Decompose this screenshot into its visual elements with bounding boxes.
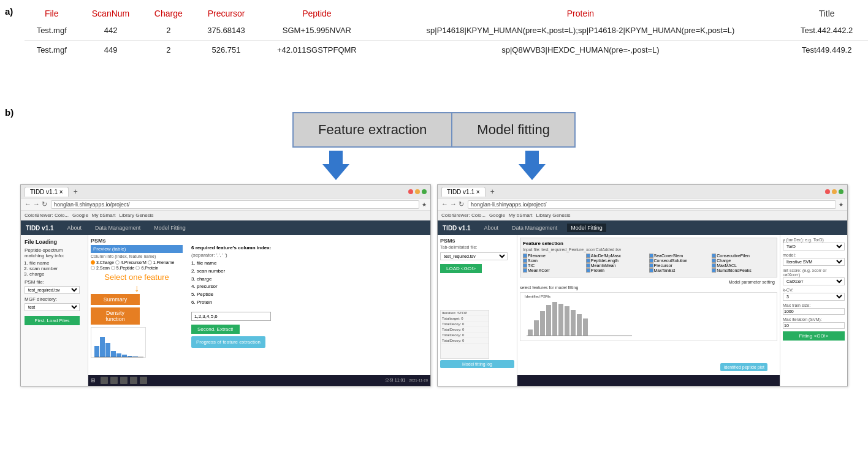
bookmark-r2[interactable]: Google bbox=[489, 213, 505, 218]
cb-tic2-box[interactable] bbox=[523, 263, 527, 268]
nav-model-fitting[interactable]: Model Fitting bbox=[150, 224, 189, 232]
bookmark-star[interactable]: ★ bbox=[422, 202, 427, 208]
close-btn-right[interactable] bbox=[825, 189, 830, 194]
bookmark-1[interactable]: ColorBrewer: Colo... bbox=[25, 213, 69, 218]
feature-item-2: 2. scan number bbox=[191, 268, 428, 276]
back-button[interactable]: ← bbox=[25, 200, 31, 208]
new-tab-button-right[interactable]: + bbox=[490, 187, 495, 196]
load-go-button[interactable]: LOAD <GO!> bbox=[440, 264, 482, 273]
cb-maxtan-box[interactable] bbox=[649, 268, 653, 273]
bookmark-star-right[interactable]: ★ bbox=[839, 202, 843, 208]
cell-precursor-2: 526.751 bbox=[194, 40, 258, 60]
forward-button[interactable]: → bbox=[33, 200, 40, 208]
cb-filename-box[interactable] bbox=[523, 254, 527, 258]
bookmark-r3[interactable]: My bSmart bbox=[509, 213, 533, 218]
psm-file-select[interactable]: test_required.tsv bbox=[25, 286, 80, 294]
maximize-button[interactable] bbox=[422, 189, 427, 194]
nav-data-mgmt[interactable]: Data Management bbox=[91, 224, 144, 232]
radio-label-charge: 3.Charge bbox=[96, 260, 114, 265]
radio-scan: 2.Scan bbox=[91, 266, 110, 270]
col-scannum: ScanNum bbox=[78, 6, 142, 21]
kcv-select[interactable]: 3 bbox=[783, 293, 845, 301]
cb-meanx-box[interactable] bbox=[523, 268, 527, 273]
bookmark-3[interactable]: My bSmart bbox=[92, 213, 116, 218]
svg-rect-6 bbox=[128, 356, 132, 357]
url-input-right[interactable]: honglan-li.shinyapps.io/project/ bbox=[468, 200, 836, 209]
cb-sea: SeaCoverStem bbox=[649, 254, 712, 258]
radio-btn-scan[interactable] bbox=[91, 266, 95, 270]
cb-maxmacl-box[interactable] bbox=[712, 263, 716, 268]
taskbar-icon-1[interactable] bbox=[101, 377, 108, 384]
cb-scan2-box[interactable] bbox=[523, 258, 527, 263]
density-function-button[interactable]: Density function bbox=[91, 307, 140, 325]
minimize-button[interactable] bbox=[415, 189, 420, 194]
svg-rect-14 bbox=[552, 302, 557, 336]
table-row: Test.mgf 442 2 375.68143 SGM+15.995NVAR … bbox=[25, 21, 868, 40]
svg-rect-4 bbox=[116, 353, 121, 357]
mgf-dir-select[interactable]: test bbox=[25, 303, 80, 311]
url-input[interactable]: honglan-li.shinyapps.io/project/ bbox=[51, 200, 419, 209]
close-button[interactable] bbox=[408, 189, 413, 194]
max-iter-label: Max iteration (SVM): bbox=[783, 317, 845, 322]
cell-charge-2: 2 bbox=[143, 40, 194, 60]
max-train-input[interactable] bbox=[783, 308, 845, 315]
column-index-input[interactable] bbox=[191, 312, 271, 321]
browser-tab-right[interactable]: TIDD v1.1 × bbox=[441, 187, 485, 197]
features-title: 6 required feature's column index: bbox=[191, 245, 428, 250]
y-select[interactable]: TorD bbox=[783, 243, 845, 250]
cb-peptlen-box[interactable] bbox=[586, 258, 590, 263]
nav-about[interactable]: About bbox=[64, 224, 86, 232]
tab-file-select[interactable]: test_required.tsv bbox=[440, 252, 508, 260]
browser-controls-right bbox=[825, 189, 843, 194]
cb-mean-box[interactable] bbox=[586, 263, 590, 268]
nav-model-fitting-r[interactable]: Model Fitting bbox=[567, 224, 606, 232]
cell-precursor-1: 375.68143 bbox=[194, 21, 258, 40]
feature-selection-title: Feature selection bbox=[523, 241, 774, 246]
cb-charge2-box[interactable] bbox=[712, 258, 716, 263]
cb-prec2-box[interactable] bbox=[649, 263, 653, 268]
svg-rect-11 bbox=[534, 320, 539, 336]
cb-numbond-box[interactable] bbox=[712, 268, 716, 273]
radio-btn-charge[interactable] bbox=[91, 260, 95, 265]
log-line-2: Totaltarget: 0 bbox=[441, 316, 489, 322]
cb-sea-box[interactable] bbox=[649, 254, 653, 258]
radio-btn-peptide[interactable] bbox=[111, 266, 115, 270]
bookmark-2[interactable]: Google bbox=[72, 213, 88, 218]
cb-tic-box[interactable] bbox=[649, 258, 653, 263]
cb-scan-box[interactable] bbox=[586, 254, 590, 258]
cb-consec-box[interactable] bbox=[712, 254, 716, 258]
max-iter-input[interactable] bbox=[783, 322, 845, 329]
browser-tab-left[interactable]: TIDD v1.1 × bbox=[25, 187, 69, 197]
fwd-btn-right[interactable]: → bbox=[450, 200, 457, 208]
nav-data-mgmt-r[interactable]: Data Management bbox=[508, 224, 561, 232]
new-tab-button[interactable]: + bbox=[74, 187, 78, 196]
bookmark-r4[interactable]: Library Genesis bbox=[536, 213, 571, 218]
nav-about-r[interactable]: About bbox=[481, 224, 503, 232]
init-score-select[interactable]: CalXcorr bbox=[783, 277, 845, 285]
psm-header-right: PSMs bbox=[440, 238, 514, 244]
load-files-button[interactable]: First. Load Files bbox=[25, 316, 80, 325]
feature-item-3: 3. charge bbox=[191, 276, 428, 284]
back-btn-right[interactable]: ← bbox=[441, 200, 448, 208]
taskbar-icon-4[interactable] bbox=[130, 377, 137, 384]
bookmark-r1[interactable]: ColorBrewer: Colo... bbox=[441, 213, 485, 218]
max-btn-right[interactable] bbox=[839, 189, 843, 194]
fitting-go-button[interactable]: Fitting <GO!> bbox=[783, 331, 845, 341]
radio-label-peptide: 5.Peptide bbox=[116, 266, 135, 270]
bookmark-4[interactable]: Library Genesis bbox=[120, 213, 154, 218]
taskbar-icon-2[interactable] bbox=[110, 377, 118, 384]
taskbar-icon-5[interactable] bbox=[140, 377, 147, 384]
svg-rect-2 bbox=[105, 343, 110, 357]
extract-button[interactable]: Second. Extract! bbox=[191, 325, 240, 334]
radio-btn-protein[interactable] bbox=[135, 266, 140, 270]
model-select[interactable]: Iterative SVM bbox=[783, 258, 845, 266]
taskbar-icon-3[interactable] bbox=[120, 377, 128, 384]
radio-btn-precursor[interactable] bbox=[115, 260, 120, 265]
min-btn-right[interactable] bbox=[832, 189, 837, 194]
reload-button[interactable]: ↻ bbox=[42, 200, 47, 208]
summary-button[interactable]: Summary bbox=[91, 294, 140, 305]
cb-prot2-box[interactable] bbox=[586, 268, 590, 273]
start-button[interactable]: ⊞ bbox=[91, 377, 96, 383]
radio-btn-filename[interactable] bbox=[148, 260, 152, 265]
reload-btn-right[interactable]: ↻ bbox=[459, 200, 464, 208]
